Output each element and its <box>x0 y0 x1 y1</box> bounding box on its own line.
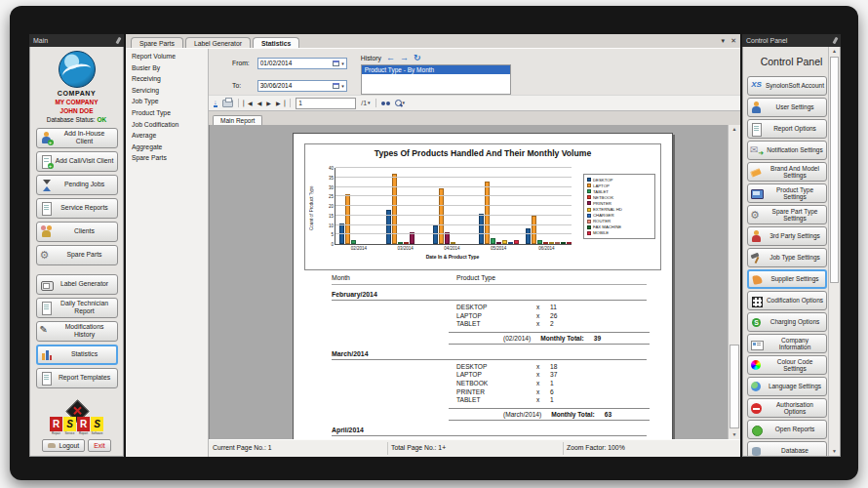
charging-options-button[interactable]: SCharging Options <box>747 312 827 332</box>
main-report-tab[interactable]: Main Report <box>213 115 262 125</box>
chart-bar-laptop <box>532 216 536 244</box>
preview-scrollbar[interactable]: ▲ ▼ <box>728 125 740 439</box>
stats-menu-item-receiving[interactable]: Receiving <box>132 75 208 82</box>
to-label: To: <box>232 82 250 89</box>
pin-icon[interactable] <box>832 37 838 45</box>
legend-label: PRINTER <box>593 201 612 206</box>
tab-dropdown-icon[interactable]: ▾ <box>722 36 726 45</box>
tab-close-icon[interactable]: ✕ <box>730 36 736 45</box>
from-date-value[interactable] <box>260 60 333 66</box>
chevron-down-icon[interactable]: ▾ <box>341 61 344 66</box>
stats-menu-item-report-volume[interactable]: Report Volume <box>132 53 208 60</box>
control-panel-scrollbar[interactable]: ▲ ▼ <box>828 47 840 456</box>
stats-menu-item-spare-parts[interactable]: Spare Parts <box>132 154 208 161</box>
main-panel: Main COMPANY MY COMPANY JOHN DOE Databas… <box>29 34 124 457</box>
daily-technician-report-button[interactable]: Daily Technician Report <box>36 298 118 318</box>
calendar-icon[interactable] <box>333 61 339 66</box>
report-templates-button[interactable]: Report Templates <box>36 368 118 388</box>
export-button[interactable]: ↓ <box>214 100 217 107</box>
chevron-down-icon[interactable]: ▾ <box>341 83 344 89</box>
history-list[interactable]: Product Type - By Month <box>361 64 511 95</box>
add-in-house-client-button[interactable]: +Add In-House Client <box>36 128 118 148</box>
page-number-input[interactable]: 1 <box>296 98 356 109</box>
x-tick-label: 02/2014 <box>335 246 382 251</box>
company-information-button[interactable]: Company Information <box>747 334 827 353</box>
next-page-button[interactable]: ▶ <box>266 101 271 106</box>
database-button[interactable]: Database <box>747 441 827 457</box>
tab-statistics[interactable]: Statistics <box>253 37 299 48</box>
logout-button[interactable]: Logout <box>42 439 85 452</box>
last-page-button[interactable]: ▶▕ <box>276 101 285 106</box>
stats-menu-item-servicing[interactable]: Servicing <box>132 87 208 94</box>
find-button[interactable] <box>381 102 390 105</box>
history-item[interactable]: Product Type - By Month <box>362 65 510 74</box>
page-count-dropdown[interactable]: /1▾ <box>361 100 370 106</box>
job-type-settings-button[interactable]: Job Type Settings <box>747 248 827 267</box>
history-back-icon[interactable]: ← <box>386 54 395 62</box>
calendar-icon[interactable] <box>333 83 339 89</box>
chart-bar-tablet <box>398 242 403 244</box>
brand-and-model-settings-button[interactable]: Brand And Model Settings <box>747 162 827 182</box>
colour-code-settings-button[interactable]: Colour Code Settings <box>747 355 827 375</box>
third-party-settings-button[interactable]: 3rd Party Settings <box>747 226 827 246</box>
clients-button[interactable]: Clients <box>36 222 118 242</box>
authorisation-options-label: Authorisation Options <box>766 401 824 416</box>
exit-button[interactable]: Exit <box>88 439 110 452</box>
user-settings-button[interactable]: User Settings <box>747 98 827 117</box>
chart-bar-external-hd <box>502 240 507 244</box>
synolonsoft-account-button[interactable]: XSSynolonSoft Account <box>747 76 827 96</box>
report-options-button[interactable]: Report Options <box>747 119 827 139</box>
barchart-icon <box>40 348 53 361</box>
language-settings-button[interactable]: Language Settings <box>747 377 827 396</box>
stats-menu-item-product-type[interactable]: Product Type <box>132 109 208 116</box>
tab-label-generator[interactable]: Label Generator <box>185 37 251 48</box>
print-button[interactable] <box>222 100 233 107</box>
to-date-value[interactable] <box>260 82 333 89</box>
prev-page-button[interactable]: ◀ <box>257 101 262 106</box>
status-bar: Current Page No.: 1 Total Page No.: 1+ Z… <box>209 439 740 457</box>
report-body: Month Product Type February/2014DESKTOPx… <box>332 274 647 439</box>
tab-spare-parts[interactable]: Spare Parts <box>131 37 183 48</box>
stats-menu-item-aggregate[interactable]: Aggregate <box>132 143 208 150</box>
open-reports-button[interactable]: Open Reports <box>747 420 827 439</box>
scroll-down-icon[interactable]: ▼ <box>729 430 740 439</box>
stats-menu-item-job-type[interactable]: Job Type <box>132 98 208 104</box>
report-qty: 2 <box>550 320 554 329</box>
product-type-settings-button[interactable]: Product Type Settings <box>747 183 827 203</box>
y-tick-label: 20 <box>329 204 334 209</box>
first-page-button[interactable]: ▏◀ <box>244 101 253 106</box>
modifications-history-button[interactable]: ✎Modifications History <box>36 321 118 342</box>
pending-jobs-button[interactable]: Pending Jobs <box>36 175 118 195</box>
stats-menu-item-job-codification[interactable]: Job Codification <box>132 121 208 128</box>
gridline <box>335 186 572 187</box>
scrollbar-thumb[interactable] <box>730 345 739 428</box>
label-generator-button[interactable]: Label Generator <box>36 274 118 295</box>
add-call-visit-client-button[interactable]: +Add Call/Visit Client <box>36 151 118 172</box>
report-qty: 1 <box>550 380 554 388</box>
scroll-down-icon[interactable]: ▼ <box>829 447 840 456</box>
notification-settings-button[interactable]: ✉➜Notification Settings <box>747 141 827 160</box>
stats-menu-item-average[interactable]: Average <box>132 132 208 139</box>
report-qty: 1 <box>550 396 554 405</box>
scroll-up-icon[interactable]: ▲ <box>829 47 840 56</box>
history-refresh-icon[interactable]: ↻ <box>414 54 421 62</box>
spare-part-type-settings-button[interactable]: ⚙Spare Part Type Settings <box>747 205 827 224</box>
codification-options-button[interactable]: Codification Options <box>747 291 827 310</box>
main-panel-body: COMPANY MY COMPANY JOHN DOE Database Sta… <box>29 47 124 457</box>
report-product: DESKTOP <box>456 304 536 312</box>
history-forward-icon[interactable]: → <box>400 54 409 62</box>
authorisation-options-button[interactable]: Authorisation Options <box>747 398 827 418</box>
supplier-settings-button[interactable]: Supplier Settings <box>747 269 827 289</box>
service-reports-button[interactable]: Service Reports <box>36 198 118 219</box>
scrollbar-thumb[interactable] <box>830 57 839 283</box>
from-date-input[interactable]: ▾ <box>257 58 347 69</box>
document-icon <box>40 202 53 215</box>
chart-bar-netbook <box>404 242 409 244</box>
to-date-input[interactable]: ▾ <box>257 80 347 92</box>
scroll-up-icon[interactable]: ▲ <box>729 125 740 134</box>
pin-icon[interactable] <box>115 37 121 45</box>
zoom-button[interactable]: ▾ <box>395 100 406 106</box>
spare-parts-button[interactable]: ⚙Spare Parts <box>36 245 118 265</box>
statistics-button[interactable]: Statistics <box>36 345 118 365</box>
stats-menu-item-busier-by[interactable]: Busier By <box>132 64 208 71</box>
